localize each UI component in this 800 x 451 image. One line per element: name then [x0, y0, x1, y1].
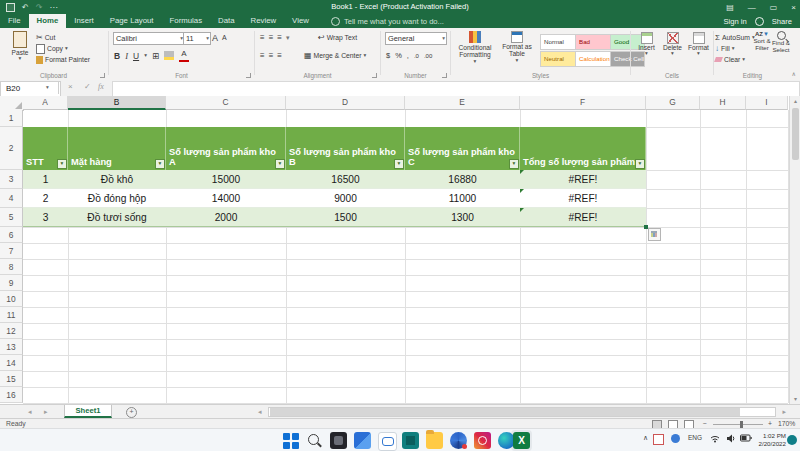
table-cell[interactable]: #REF! — [520, 208, 646, 227]
row-header-13[interactable]: 13 — [0, 339, 23, 355]
align-top-button[interactable]: ≡ — [260, 33, 265, 42]
font-family-select[interactable]: Calibri▾ — [113, 32, 185, 45]
table-header-cell[interactable]: Số lượng sản phẩm kho C — [405, 127, 520, 170]
column-header-A[interactable]: A — [23, 96, 68, 110]
table-cell[interactable]: 2000 — [166, 208, 286, 227]
tab-page-layout[interactable]: Page Layout — [102, 14, 162, 28]
sort-filter-button[interactable]: AZ▼ Sort & Filter — [752, 31, 772, 51]
fill-color-button[interactable] — [164, 51, 174, 60]
format-painter-button[interactable]: Format Painter — [36, 54, 90, 65]
find-select-button[interactable]: Find & Select — [772, 31, 790, 54]
style-neutral[interactable]: Neutral — [540, 51, 578, 67]
table-cell[interactable]: 11000 — [405, 189, 520, 208]
row-header-14[interactable]: 14 — [0, 355, 23, 371]
column-header-C[interactable]: C — [166, 96, 286, 110]
row-header-4[interactable]: 4 — [0, 189, 23, 208]
table-cell[interactable]: Đồ tươi sống — [68, 208, 166, 227]
search-icon[interactable] — [306, 432, 323, 449]
conditional-formatting-button[interactable]: Conditional Formatting ▾ — [454, 31, 496, 64]
tray-app2-icon[interactable] — [671, 434, 680, 443]
number-format-select[interactable]: General▾ — [385, 32, 447, 45]
ribbon-display-options-button[interactable]: ▤ — [726, 3, 734, 12]
hidden-icons-chevron[interactable]: ∧ — [643, 434, 648, 442]
wrap-text-button[interactable]: ↩ Wrap Text — [318, 32, 357, 43]
table-header-cell[interactable]: Tổng số lượng sản phẩm — [520, 127, 646, 170]
alignment-dialog-launcher[interactable] — [372, 73, 377, 78]
row-header-8[interactable]: 8 — [0, 259, 23, 275]
row-header-9[interactable]: 9 — [0, 275, 23, 291]
tab-insert[interactable]: Insert — [66, 14, 102, 28]
column-header-H[interactable]: H — [700, 96, 746, 110]
row-header-3[interactable]: 3 — [0, 170, 23, 189]
table-cell[interactable]: 9000 — [286, 189, 405, 208]
table-cell[interactable]: 1300 — [405, 208, 520, 227]
widgets-icon[interactable] — [354, 432, 371, 449]
clipboard-dialog-launcher[interactable] — [100, 73, 105, 78]
zoom-out-button[interactable]: − — [703, 420, 707, 427]
comma-style-button[interactable]: , — [407, 51, 409, 60]
sign-in-link[interactable]: Sign in — [724, 17, 747, 26]
table-cell[interactable]: 14000 — [166, 189, 286, 208]
table-cell[interactable]: 16880 — [405, 170, 520, 189]
table-cell[interactable]: #REF! — [520, 170, 646, 189]
volume-icon[interactable] — [726, 434, 736, 445]
name-box-dropdown-icon[interactable]: ▾ — [46, 84, 49, 90]
style-normal[interactable]: Normal — [540, 34, 578, 50]
column-header-B[interactable]: B — [68, 96, 166, 110]
increase-decimal-button[interactable]: .0 — [414, 53, 419, 59]
notification-badge[interactable] — [787, 435, 797, 445]
name-box[interactable]: B20 — [0, 81, 61, 97]
grow-font-button[interactable]: A — [212, 33, 218, 43]
table-header-cell[interactable]: Số lượng sản phẩm kho B — [286, 127, 405, 170]
scroll-up-icon[interactable]: ▴ — [790, 96, 800, 106]
shrink-font-button[interactable]: A — [222, 34, 227, 41]
close-button[interactable]: × — [791, 3, 796, 12]
battery-icon[interactable] — [740, 434, 752, 444]
collapse-ribbon-button[interactable]: ∧ — [792, 70, 796, 77]
row-header-7[interactable]: 7 — [0, 243, 23, 259]
zoom-level[interactable]: 170% — [778, 420, 795, 427]
align-center-button[interactable]: ≡ — [269, 51, 274, 60]
scroll-down-icon[interactable]: ▾ — [790, 394, 800, 404]
hscroll-right-icon[interactable]: ▸ — [782, 405, 786, 419]
row-header-16[interactable]: 16 — [0, 387, 23, 403]
tab-data[interactable]: Data — [210, 14, 242, 28]
table-cell[interactable]: 16500 — [286, 170, 405, 189]
tab-formulas[interactable]: Formulas — [162, 14, 211, 28]
filter-button[interactable]: ▾ — [275, 159, 285, 169]
tab-review[interactable]: Review — [243, 14, 285, 28]
sheet-nav-right-icon[interactable]: ▸ — [44, 405, 48, 419]
table-cell[interactable]: 15000 — [166, 170, 286, 189]
align-bottom-button[interactable]: ≡ — [277, 33, 282, 42]
font-dialog-launcher[interactable] — [246, 73, 251, 78]
table-cell[interactable]: Đồ khô — [68, 170, 166, 189]
row-header-11[interactable]: 11 — [0, 307, 23, 323]
font-color-button[interactable]: A — [179, 50, 189, 62]
app-teal-icon[interactable] — [402, 432, 419, 449]
table-cell[interactable]: #REF! — [520, 189, 646, 208]
row-header-12[interactable]: 12 — [0, 323, 23, 339]
enter-icon[interactable]: ✓ — [84, 82, 91, 91]
table-cell[interactable]: 1500 — [286, 208, 405, 227]
filter-button[interactable]: ▾ — [635, 159, 645, 169]
filter-button[interactable]: ▾ — [509, 159, 519, 169]
merge-center-button[interactable]: ▦ Merge & Center ▾ — [304, 50, 366, 61]
hscroll-left-icon[interactable]: ◂ — [258, 405, 262, 419]
fill-button[interactable]: ↓Fill▾ — [715, 43, 755, 54]
tray-app1-icon[interactable] — [653, 434, 664, 445]
font-size-select[interactable]: 11▾ — [183, 32, 211, 45]
borders-button[interactable]: ⊞ — [152, 51, 159, 61]
cancel-icon[interactable]: × — [68, 82, 73, 91]
wifi-icon[interactable] — [710, 434, 720, 445]
table-cell[interactable]: 2 — [23, 189, 68, 208]
format-as-table-button[interactable]: Format as Table ▾ — [498, 31, 536, 63]
paste-button[interactable]: Paste ▾ — [6, 31, 34, 62]
instagram-icon[interactable] — [474, 432, 491, 449]
table-cell[interactable]: 1 — [23, 170, 68, 189]
filter-button[interactable]: ▾ — [155, 159, 165, 169]
row-header-15[interactable]: 15 — [0, 371, 23, 387]
select-all-corner[interactable] — [0, 96, 24, 111]
format-button[interactable]: Format▾ — [686, 32, 711, 57]
row-header-1[interactable]: 1 — [0, 110, 23, 127]
percent-style-button[interactable]: % — [395, 51, 402, 60]
